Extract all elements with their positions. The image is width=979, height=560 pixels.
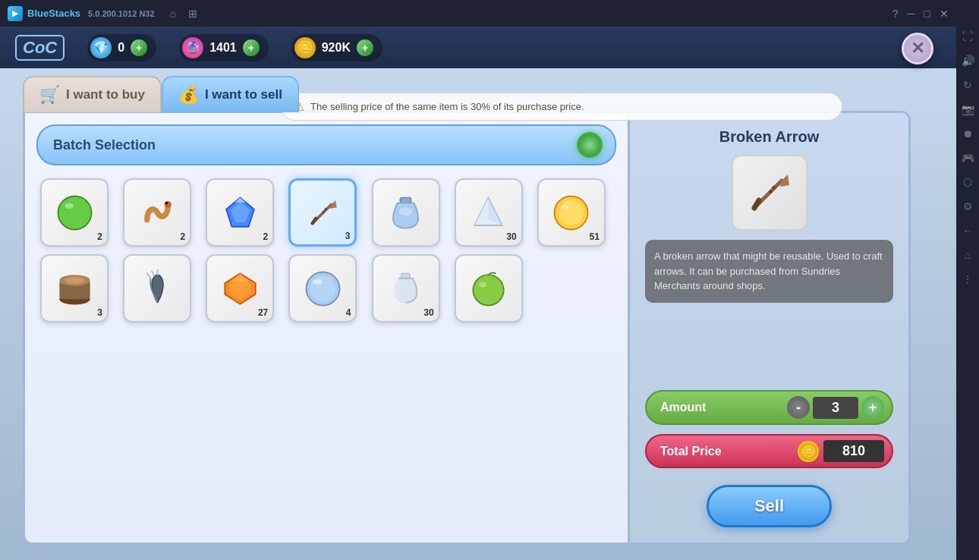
apps-icon[interactable]: ⋮ <box>962 273 973 285</box>
topbar-right-controls: ? ─ □ ✕ <box>892 8 949 20</box>
detail-description: A broken arrow that might be reusable. U… <box>645 240 893 303</box>
item-slot-5[interactable] <box>372 178 440 247</box>
svg-point-12 <box>398 207 412 216</box>
settings-icon[interactable]: ⚙ <box>963 200 973 212</box>
svg-point-17 <box>559 200 584 225</box>
item-slot-10[interactable]: 27 <box>206 254 274 322</box>
tab-buy[interactable]: 🛒 I want to buy <box>23 76 162 112</box>
bluestacks-topbar: ▶ BlueStacks 5.0.200.1012 N32 ⌂ ⊞ ? ─ □ … <box>0 0 956 27</box>
item-10-count: 27 <box>258 307 268 318</box>
layers-icon[interactable]: ⬡ <box>963 176 972 188</box>
expand-icon[interactable]: ⛶ <box>962 30 973 42</box>
buy-tab-label: I want to buy <box>66 87 145 102</box>
item-6-visual <box>466 190 512 235</box>
record-icon[interactable]: ⏺ <box>962 127 973 140</box>
pink-value: 1401 <box>209 41 237 55</box>
diamond-add-button[interactable]: + <box>131 39 147 56</box>
rotate-icon[interactable]: ↻ <box>963 79 972 91</box>
price-label: Total Price <box>654 445 798 458</box>
bs-version: 5.0.200.1012 N32 <box>88 9 154 18</box>
items-panel: Batch Selection 2 <box>25 113 628 543</box>
amount-minus-button[interactable]: - <box>787 396 810 419</box>
item-12-count: 30 <box>423 307 433 318</box>
close-topbar-icon[interactable]: ✕ <box>940 8 949 20</box>
amount-plus-button[interactable]: + <box>861 396 884 419</box>
item-slot-12[interactable]: 30 <box>372 254 440 322</box>
item-slot-11[interactable]: 4 <box>288 254 357 322</box>
sell-button[interactable]: Sell <box>707 485 832 527</box>
svg-point-1 <box>65 203 73 208</box>
multi-instance-icon[interactable]: ⊞ <box>188 8 197 20</box>
item-3-count: 2 <box>263 231 269 242</box>
bluestacks-logo: ▶ BlueStacks 5.0.200.1012 N32 <box>8 6 155 21</box>
help-icon[interactable]: ? <box>892 8 899 20</box>
item-slot-8[interactable]: 3 <box>40 254 109 322</box>
item-9-visual <box>134 266 180 311</box>
gold-icon: 🪙 <box>294 37 316 58</box>
minimize-icon[interactable]: ─ <box>908 8 915 20</box>
close-button[interactable]: ✕ <box>902 33 933 64</box>
coc-logo: CoC <box>15 35 65 61</box>
detail-image <box>732 155 807 231</box>
maximize-icon[interactable]: □ <box>924 8 930 20</box>
bs-name: BlueStacks <box>27 8 80 19</box>
item-8-visual <box>52 266 97 311</box>
item-1-count: 2 <box>97 231 102 242</box>
item-7-visual <box>549 190 594 235</box>
tab-sell[interactable]: 💰 I want to sell <box>162 76 299 112</box>
item-11-count: 4 <box>346 307 351 318</box>
sell-tab-icon: 💰 <box>178 85 199 105</box>
item-7-count: 51 <box>589 231 599 242</box>
item-5-visual <box>383 190 429 235</box>
topbar-nav-icons: ⌂ ⊞ <box>170 8 197 20</box>
item-2-count: 2 <box>180 231 185 242</box>
item-slot-13[interactable] <box>455 254 523 322</box>
detail-panel: Broken Arrow A broken arrow that might b… <box>628 113 908 543</box>
item-slot-4[interactable]: 3 <box>288 178 357 247</box>
svg-point-33 <box>479 282 487 287</box>
items-grid: 2 2 <box>36 175 616 326</box>
bs-icon: ▶ <box>8 6 23 21</box>
svg-point-18 <box>562 205 569 209</box>
item-slot-1[interactable]: 2 <box>40 178 109 247</box>
pink-currency: 🔮 1401 + <box>179 34 269 61</box>
pink-add-button[interactable]: + <box>243 39 260 56</box>
svg-rect-11 <box>400 197 411 203</box>
amount-value: 3 <box>813 397 858 419</box>
item-slot-9[interactable] <box>123 254 191 322</box>
item-slot-3[interactable]: 2 <box>206 178 274 247</box>
amount-label: Amount <box>654 401 787 414</box>
item-6-count: 30 <box>506 231 516 242</box>
item-slot-7[interactable]: 51 <box>537 178 606 247</box>
coc-header: CoC 💎 0 + 🔮 1401 + 🪙 920K + ✕ <box>0 27 956 68</box>
svg-point-0 <box>58 196 91 229</box>
gold-value: 920K <box>322 41 351 55</box>
item-1-visual <box>52 190 97 235</box>
batch-toggle[interactable] <box>577 132 603 158</box>
amount-row: Amount - 3 + <box>645 390 893 425</box>
volume-icon[interactable]: 🔊 <box>962 55 974 67</box>
gold-currency: 🪙 920K + <box>291 34 382 61</box>
gamepad-icon[interactable]: 🎮 <box>962 152 974 164</box>
item-4-count: 3 <box>345 231 351 241</box>
item-10-visual <box>217 266 263 311</box>
item-12-visual <box>383 266 429 311</box>
home-icon[interactable]: ⌂ <box>965 249 971 261</box>
svg-point-29 <box>313 278 323 284</box>
item-3-visual <box>217 190 263 235</box>
tab-row: 🛒 I want to buy 💰 I want to sell <box>23 76 911 112</box>
home-topbar-icon[interactable]: ⌂ <box>170 8 176 20</box>
diamond-icon: 💎 <box>90 37 112 58</box>
item-slot-2[interactable]: 2 <box>123 178 191 247</box>
batch-selection-bar: Batch Selection <box>36 124 616 165</box>
gold-add-button[interactable]: + <box>357 39 373 56</box>
shop-panel: 🛒 I want to buy 💰 I want to sell ⚠ The s… <box>23 76 911 545</box>
item-slot-6[interactable]: 30 <box>455 178 523 247</box>
price-coin-icon: 🪙 <box>798 441 819 462</box>
bluestacks-sidebar: ⛶ 🔊 ↻ 📷 ⏺ 🎮 ⬡ ⚙ ← ⌂ ⋮ <box>956 0 979 560</box>
back-icon[interactable]: ← <box>962 225 973 237</box>
price-row: Total Price 🪙 810 <box>645 434 893 468</box>
item-4-visual <box>300 190 345 235</box>
svg-point-3 <box>165 201 168 204</box>
screenshot-icon[interactable]: 📷 <box>962 103 974 115</box>
